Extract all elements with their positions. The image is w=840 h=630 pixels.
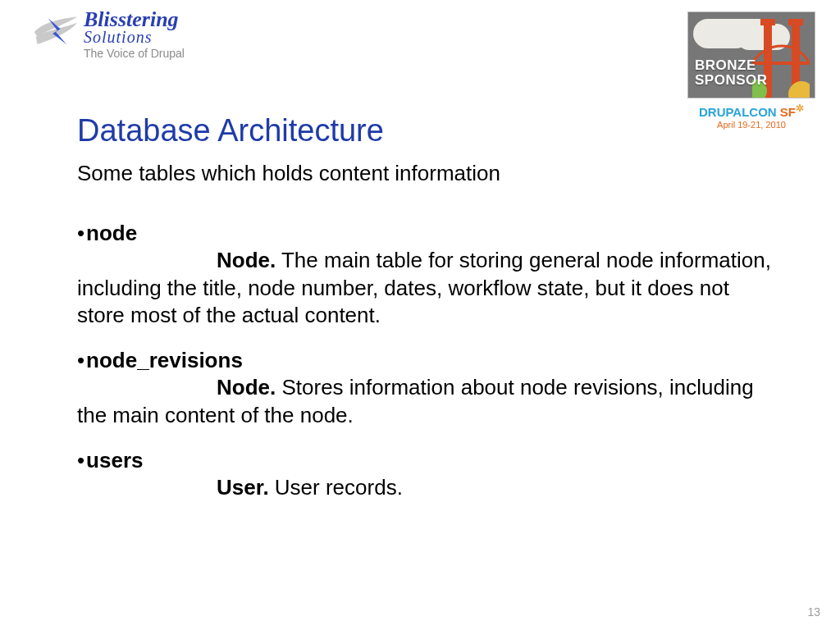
svg-point-6	[788, 81, 810, 98]
list-item: •node_revisions Node. Stores information…	[77, 347, 774, 429]
desc-lead: Node.	[217, 248, 276, 272]
sponsor-badge-graphic: BRONZE SPONSOR	[687, 11, 815, 98]
logo-tagline: The Voice of Drupal	[84, 48, 185, 60]
sponsor-badge: BRONZE SPONSOR DRUPALCON SF✲ April 19-21…	[687, 11, 815, 130]
conference-name: DRUPALCON SF✲	[687, 103, 815, 120]
desc-text: The main table for storing general node	[276, 248, 654, 272]
sponsor-tier-line2: SPONSOR	[695, 73, 768, 88]
desc-text: Stores information about node revisions,	[276, 375, 664, 399]
bullet-icon: •	[77, 448, 84, 472]
logo-title: Blisstering	[84, 8, 185, 30]
desc-lead: User.	[217, 475, 269, 500]
sponsor-tier-line1: BRONZE	[695, 58, 768, 73]
table-name: users	[86, 448, 143, 472]
slide-subtitle: Some tables which holds content informat…	[77, 161, 500, 186]
slide-content: •node Node. The main table for storing g…	[77, 220, 774, 519]
logo-subtitle: Solutions	[84, 29, 185, 46]
company-logo: Blisstering Solutions The Voice of Drupa…	[33, 8, 185, 60]
list-item: •node Node. The main table for storing g…	[77, 220, 774, 329]
conference-date: April 19-21, 2010	[687, 120, 815, 130]
list-item: •users User. User records.	[77, 447, 774, 502]
svg-rect-2	[760, 19, 775, 25]
desc-lead: Node.	[217, 375, 276, 399]
page-number: 13	[807, 605, 820, 619]
slide-title: Database Architecture	[77, 113, 384, 148]
logo-swoosh-icon	[33, 13, 79, 52]
table-name: node_revisions	[86, 348, 243, 372]
table-name: node	[86, 221, 137, 245]
desc-text: User records.	[269, 475, 403, 500]
gear-icon: ✲	[796, 103, 804, 114]
bullet-icon: •	[77, 221, 84, 245]
bullet-icon: •	[77, 348, 84, 372]
svg-rect-3	[788, 19, 803, 25]
